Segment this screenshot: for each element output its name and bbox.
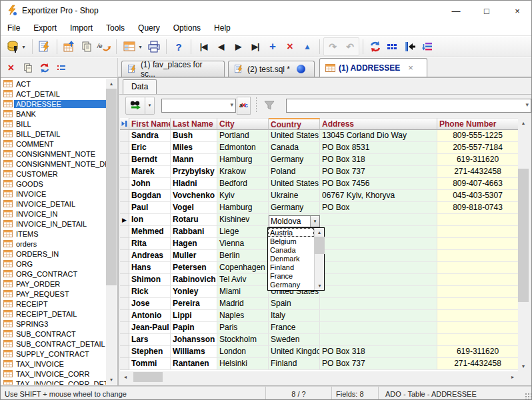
scrollbar-thumb[interactable] <box>518 169 529 302</box>
cell-country[interactable]: Finland <box>269 358 320 370</box>
sidebar-item-invoice_in_detail[interactable]: INVOICE_IN_DETAIL <box>1 219 106 229</box>
sidebar-item-consignment_note[interactable]: CONSIGNMENT_NOTE <box>1 149 106 159</box>
dropdown-option-canada[interactable]: Canada <box>268 245 314 254</box>
cell-phone-number[interactable] <box>437 310 518 322</box>
cell-phone-number[interactable] <box>437 262 518 274</box>
cell-phone-number[interactable] <box>437 226 518 238</box>
cell-last-name[interactable]: Mann <box>171 154 217 166</box>
dropdown-option-belgium[interactable]: Belgium <box>268 237 314 245</box>
export-table-button[interactable] <box>61 38 78 55</box>
combo-dropdown-icon[interactable]: ▾ <box>525 101 529 108</box>
cell-first-name[interactable]: Marek <box>129 166 171 178</box>
table-row[interactable]: StephenWilliamsLondonUnited KingdomPO Bo… <box>120 346 518 358</box>
cell-address[interactable]: PO Box 318 <box>320 154 437 166</box>
cell-first-name[interactable]: Bogdan <box>129 190 171 202</box>
cell-first-name[interactable]: Antonio <box>129 310 171 322</box>
export-to-file-button[interactable]: /e <box>95 38 113 55</box>
next-record-button[interactable]: ▶ <box>229 38 247 55</box>
cell-first-name[interactable]: Jean-Paul <box>129 322 171 334</box>
tab-addressee[interactable]: (1) ADDRESSEE × <box>319 58 427 77</box>
cell-city[interactable]: Berlin <box>217 250 269 262</box>
execute-script-button[interactable] <box>36 38 53 55</box>
row-marker[interactable] <box>120 262 129 274</box>
sidebar-item-receipt[interactable]: RECEIPT <box>1 299 106 309</box>
cell-first-name[interactable]: Shimon <box>129 274 171 286</box>
cell-address[interactable] <box>320 298 437 310</box>
row-marker[interactable] <box>120 286 129 298</box>
menu-import[interactable]: Import <box>63 21 99 35</box>
cell-country[interactable]: United States <box>269 178 320 190</box>
cell-last-name[interactable]: Johansson <box>171 334 217 346</box>
column-header-city[interactable]: City <box>217 118 269 130</box>
sidebar-item-orders[interactable]: orders <box>1 239 106 249</box>
menu-query[interactable]: Query <box>131 21 167 35</box>
sidebar-item-customer[interactable]: CUSTOMER <box>1 169 106 179</box>
row-marker[interactable] <box>120 154 129 166</box>
column-header-last-name[interactable]: Last Name <box>171 118 217 130</box>
scrollbar-thumb[interactable] <box>133 372 163 382</box>
first-record-button[interactable]: |◀ <box>195 38 212 55</box>
cell-phone-number[interactable] <box>437 238 518 250</box>
sidebar-item-tax_invoice_corr_det[interactable]: TAX_INVOICE_CORR_DET <box>1 379 106 385</box>
dropdown-option-germany[interactable]: Germany <box>268 280 314 289</box>
table-row[interactable]: PaulVogelHamburgGermanyPO Box809-818-074… <box>120 202 518 214</box>
sidebar-item-goods[interactable]: GOODS <box>1 179 106 189</box>
cell-phone-number[interactable] <box>437 286 518 298</box>
column-header-phone-number[interactable]: Phone Number <box>437 118 518 130</box>
cell-phone-number[interactable]: 619-311620 <box>437 346 518 358</box>
cell-phone-number[interactable]: 619-311620 <box>437 154 518 166</box>
cell-phone-number[interactable]: 809-407-4663 <box>437 178 518 190</box>
cell-address[interactable] <box>320 250 437 262</box>
table-row[interactable]: JosePereiraMadridSpain <box>120 298 518 310</box>
cell-first-name[interactable]: Jose <box>129 298 171 310</box>
cell-address[interactable]: 06767 Kyiv, Khoryva <box>320 190 437 202</box>
row-marker[interactable] <box>120 142 129 154</box>
cell-first-name[interactable]: Mehmed <box>129 226 171 238</box>
sidebar-item-bill[interactable]: BILL <box>1 119 106 129</box>
sidebar-item-invoice_in[interactable]: INVOICE_IN <box>1 209 106 219</box>
prior-record-button[interactable]: ◀ <box>212 38 229 55</box>
cell-phone-number[interactable] <box>437 334 518 346</box>
cell-city[interactable]: Tel Aviv <box>217 274 269 286</box>
column-header-first-name[interactable]: First Name <box>129 118 171 130</box>
table-row[interactable]: SandraBushPortlandUnited States13045 Cor… <box>120 130 518 142</box>
dropdown-option-austria[interactable]: Austria <box>268 228 314 237</box>
cell-address[interactable]: PO Box 737 <box>320 358 437 370</box>
cell-phone-number[interactable]: 045-403-5307 <box>437 190 518 202</box>
sidebar-item-items[interactable]: ITEMS <box>1 229 106 239</box>
sidebar-item-bill_detail[interactable]: BILL_DETAIL <box>1 129 106 139</box>
cell-phone-number[interactable] <box>437 274 518 286</box>
table-row[interactable]: Jean-PaulPapinParisFrance <box>120 322 518 334</box>
cell-country[interactable]: Sweden <box>269 334 320 346</box>
row-marker[interactable] <box>120 178 129 190</box>
sidebar-item-pay_request[interactable]: PAY_REQUEST <box>1 289 106 299</box>
cell-address[interactable] <box>320 238 437 250</box>
tab-fav-places[interactable]: (1) fav_places for sc... <box>121 61 225 77</box>
maximize-button[interactable]: □ <box>471 1 502 21</box>
row-marker[interactable] <box>120 166 129 178</box>
cell-country[interactable]: Canada <box>269 142 320 154</box>
grid-horizontal-scrollbar[interactable]: ◂ ▸ <box>120 371 518 383</box>
cell-city[interactable]: Naples <box>217 310 269 322</box>
cell-city[interactable]: Miami <box>217 286 269 298</box>
dropdown-scrollbar[interactable]: ▴ ▾ <box>314 228 324 290</box>
menu-options[interactable]: Options <box>167 21 207 35</box>
cell-phone-number[interactable] <box>437 214 518 226</box>
scroll-down-icon[interactable]: ▾ <box>315 281 325 290</box>
row-marker[interactable] <box>120 310 129 322</box>
cell-last-name[interactable]: Hagen <box>171 238 217 250</box>
scrollbar-thumb[interactable] <box>315 237 325 254</box>
editor-value[interactable]: Moldova <box>269 216 310 227</box>
row-marker[interactable] <box>120 322 129 334</box>
grid-vertical-scrollbar[interactable]: ▴ ▾ <box>518 118 529 371</box>
column-header-address[interactable]: Address <box>320 118 437 130</box>
cell-first-name[interactable]: Tommi <box>129 358 171 370</box>
view-mode-dropdown-icon[interactable]: ▾ <box>139 44 141 50</box>
scroll-up-icon[interactable]: ▴ <box>106 79 117 89</box>
menu-help[interactable]: Help <box>207 21 237 35</box>
scroll-right-icon[interactable]: ▸ <box>507 372 518 382</box>
row-marker[interactable] <box>120 334 129 346</box>
row-marker[interactable] <box>120 130 129 142</box>
sidebar-item-pay_order[interactable]: PAY_ORDER <box>1 279 106 289</box>
sidebar-item-consignment_note_de[interactable]: CONSIGNMENT_NOTE_DE <box>1 159 106 169</box>
